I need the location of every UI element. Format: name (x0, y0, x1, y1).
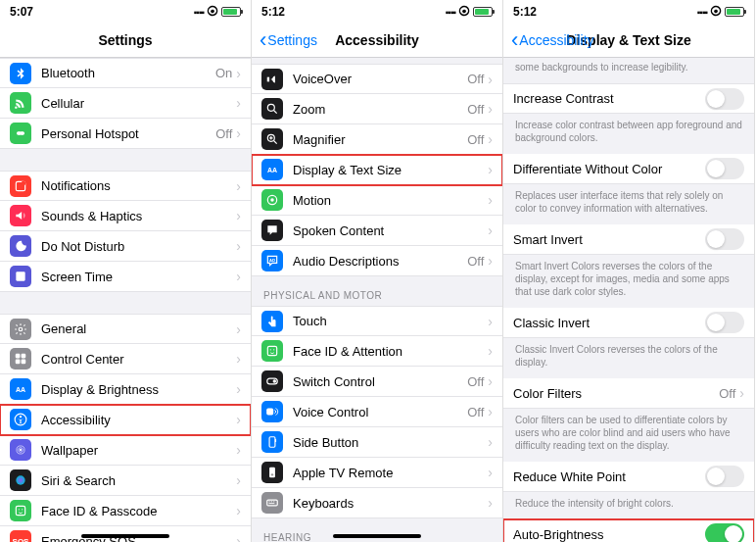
spoken-icon (265, 223, 279, 237)
row-siri-search[interactable]: Siri & Search› (0, 466, 251, 496)
row-face-id-attention[interactable]: Face ID & Attention› (252, 336, 502, 367)
row-side-button[interactable]: Side Button› (252, 427, 502, 458)
row-screen-time[interactable]: Screen Time› (0, 262, 251, 292)
row-wallpaper[interactable]: Wallpaper› (0, 435, 251, 466)
chevron-right-icon: › (236, 66, 241, 81)
row-smart-invert[interactable]: Smart Invert (503, 224, 754, 255)
row-classic-invert[interactable]: Classic Invert (503, 308, 754, 338)
row-label: Differentiate Without Color (513, 162, 705, 176)
row-label: Bluetooth (41, 66, 215, 80)
row-icon (261, 370, 283, 392)
face-icon (265, 344, 279, 358)
status-time: 5:12 (513, 5, 537, 19)
row-differentiate-without-color[interactable]: Differentiate Without Color (503, 154, 754, 184)
row-apple-tv-remote[interactable]: Apple TV Remote› (252, 458, 502, 488)
row-icon (261, 492, 283, 514)
settings-content[interactable]: BluetoothOn›Cellular›Personal HotspotOff… (0, 58, 251, 542)
back-button[interactable]: Settings (260, 29, 317, 51)
toggle-switch[interactable] (705, 523, 744, 542)
row-icon (261, 311, 283, 332)
row-icon: SOS (10, 530, 31, 542)
status-time: 5:12 (261, 5, 285, 19)
row-label: Auto-Brightness (513, 527, 705, 542)
row-cellular[interactable]: Cellular› (0, 88, 251, 119)
row-icon (261, 98, 283, 120)
chevron-right-icon: › (488, 495, 493, 511)
row-audio-descriptions[interactable]: Audio DescriptionsOff› (252, 246, 502, 276)
chevron-right-icon: › (236, 381, 241, 397)
row-increase-contrast[interactable]: Increase Contrast (503, 83, 754, 114)
screen-accessibility: 5:12 ▪▪▪▪ ⦿ Settings Accessibility Voice… (252, 0, 503, 542)
back-button[interactable]: Accessibility (511, 29, 594, 51)
row-zoom[interactable]: ZoomOff› (252, 94, 502, 124)
home-indicator[interactable] (333, 534, 421, 538)
row-voiceover[interactable]: VoiceOverOff› (252, 64, 502, 94)
row-face-id-passcode[interactable]: Face ID & Passcode› (0, 496, 251, 526)
row-label: Audio Descriptions (293, 254, 467, 269)
face-icon (14, 504, 27, 517)
row-label: Do Not Disturb (41, 239, 236, 254)
screentime-icon (14, 270, 27, 283)
chevron-right-icon: › (236, 351, 241, 367)
row-label: Notifications (41, 178, 236, 193)
row-display-brightness[interactable]: Display & Brightness› (0, 374, 251, 405)
row-magnifier[interactable]: MagnifierOff› (252, 124, 502, 155)
chevron-right-icon: › (488, 72, 493, 87)
row-icon (261, 189, 283, 211)
switch-icon (265, 374, 279, 388)
row-icon (10, 409, 31, 430)
ad-icon (265, 254, 279, 268)
row-value: On (215, 66, 232, 80)
chevron-right-icon: › (236, 472, 241, 488)
row-label: Side Button (293, 435, 488, 450)
voice-icon (265, 405, 279, 419)
row-switch-control[interactable]: Switch ControlOff› (252, 367, 502, 397)
row-sounds-haptics[interactable]: Sounds & Haptics› (0, 201, 251, 231)
chevron-right-icon: › (236, 503, 241, 518)
row-do-not-disturb[interactable]: Do Not Disturb› (0, 231, 251, 262)
row-spoken-content[interactable]: Spoken Content› (252, 216, 502, 246)
toggle-switch[interactable] (705, 312, 744, 333)
chevron-right-icon: › (488, 192, 493, 208)
row-motion[interactable]: Motion› (252, 185, 502, 216)
row-label: Spoken Content (293, 223, 488, 238)
row-value: Off (467, 254, 484, 269)
row-reduce-white-point[interactable]: Reduce White Point (503, 462, 754, 492)
row-bluetooth[interactable]: BluetoothOn› (0, 58, 251, 88)
row-notifications[interactable]: Notifications› (0, 171, 251, 201)
kb-icon (265, 496, 279, 510)
chevron-right-icon: › (488, 314, 493, 329)
row-auto-brightness[interactable]: Auto-Brightness (503, 519, 754, 542)
toggle-switch[interactable] (705, 228, 744, 250)
accessibility-content[interactable]: VoiceOverOff›ZoomOff›MagnifierOff›Displa… (252, 58, 502, 542)
row-icon (10, 348, 31, 370)
row-value: Off (719, 386, 735, 401)
chevron-right-icon: › (236, 238, 241, 254)
row-keyboards[interactable]: Keyboards› (252, 488, 502, 518)
row-icon (10, 319, 31, 340)
row-value: Off (467, 72, 484, 86)
row-label: Voice Control (293, 405, 467, 419)
row-control-center[interactable]: Control Center› (0, 344, 251, 374)
row-value: Off (467, 102, 484, 117)
row-accessibility[interactable]: Accessibility› (0, 405, 251, 435)
row-personal-hotspot[interactable]: Personal HotspotOff› (0, 119, 251, 149)
row-touch[interactable]: Touch› (252, 306, 502, 336)
signal-icon: ▪▪▪▪ (446, 7, 455, 18)
toggle-switch[interactable] (705, 466, 744, 487)
chevron-right-icon: › (488, 434, 493, 450)
display-text-content[interactable]: some backgrounds to increase legibility.… (503, 58, 754, 542)
row-color-filters[interactable]: Color FiltersOff› (503, 378, 754, 409)
display-icon (14, 382, 27, 396)
status-time: 5:07 (10, 5, 33, 19)
screen-settings-root: 5:07 ▪▪▪▪ ⦿ Settings BluetoothOn›Cellula… (0, 0, 252, 542)
toggle-switch[interactable] (705, 158, 744, 179)
row-voice-control[interactable]: Voice ControlOff› (252, 397, 502, 427)
row-general[interactable]: General› (0, 314, 251, 344)
home-indicator[interactable] (81, 534, 169, 538)
wifi-icon: ⦿ (710, 5, 722, 19)
row-icon (261, 250, 283, 271)
toggle-switch[interactable] (705, 88, 744, 110)
row-icon (10, 500, 31, 521)
row-display-text-size[interactable]: Display & Text Size› (252, 155, 502, 185)
